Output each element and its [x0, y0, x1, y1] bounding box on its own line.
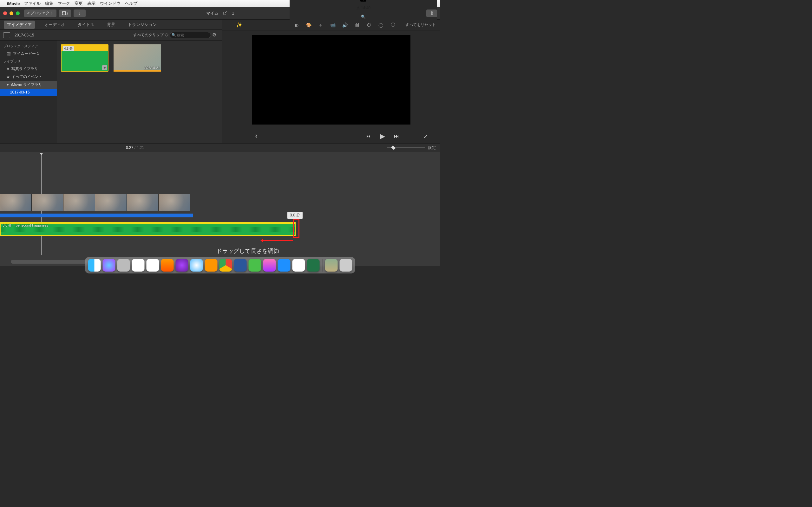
dock-separator	[322, 259, 322, 272]
back-projects-button[interactable]: < プロジェクト	[24, 9, 56, 17]
gear-icon[interactable]: ⚙	[212, 32, 218, 38]
magic-wand-icon[interactable]: ✨	[226, 22, 236, 28]
fullscreen-icon[interactable]: ⤢	[423, 133, 434, 139]
video-clip-thumbnail[interactable]: 2012.8.21	[113, 44, 161, 72]
spotlight-icon[interactable]: 🔍	[361, 14, 366, 19]
menu-modify[interactable]: 変更	[74, 1, 83, 6]
video-clip-bar[interactable]	[0, 214, 193, 217]
annotation-arrow	[261, 240, 293, 241]
sidebar-photo-library[interactable]: ✲写真ライブラリ	[0, 65, 57, 73]
dock-firefox-icon[interactable]	[205, 259, 217, 272]
clip-date-overlay: 2012.8.21	[144, 66, 160, 70]
dock-appstore-icon[interactable]	[278, 259, 291, 272]
equalizer-icon[interactable]: ılıl	[354, 22, 360, 27]
menu-edit[interactable]: 編集	[45, 1, 53, 6]
dock-slack-icon[interactable]	[293, 259, 305, 272]
volume-icon[interactable]: 🔊	[342, 22, 348, 27]
video-frame[interactable]	[32, 194, 63, 211]
library-sidebar: プロジェクトメディア 🎬マイムービー 1 ライブラリ ✲写真ライブラリ ★すべて…	[0, 41, 57, 143]
app-name[interactable]: iMovie	[7, 1, 20, 6]
clip-filter-dropdown[interactable]: すべてのクリップ ◇	[133, 32, 168, 38]
zoom-slider[interactable]	[387, 147, 425, 148]
reset-all-button[interactable]: すべてをリセット	[405, 22, 436, 27]
dock-image-icon[interactable]	[325, 259, 338, 272]
layout-toggle-icon[interactable]	[3, 32, 10, 38]
dock-vlc-icon[interactable]	[161, 259, 174, 272]
color-balance-icon[interactable]: ◐	[294, 22, 299, 27]
library-import-button[interactable]: 🎞♪	[59, 9, 71, 17]
media-browser: 4.3 分 + 2012.8.21	[57, 41, 222, 143]
play-button[interactable]: ▶	[380, 132, 385, 140]
dock-launchpad-icon[interactable]	[117, 259, 130, 272]
audio-track[interactable]: 3.0 分 – bensound-happiness	[0, 222, 296, 236]
clock[interactable]: 水 14:40	[356, 5, 370, 11]
stabilize-icon[interactable]: 📹	[330, 22, 336, 27]
audio-clip-thumbnail[interactable]: 4.3 分 +	[61, 44, 108, 72]
prev-button[interactable]: ⏮	[366, 133, 371, 139]
voiceover-mic-icon[interactable]: 🎙	[229, 133, 259, 139]
download-button[interactable]: ↓	[73, 9, 86, 17]
video-frame[interactable]	[127, 194, 159, 211]
video-frame[interactable]	[63, 194, 95, 211]
tab-transitions[interactable]: トランジション	[125, 20, 160, 29]
preview-canvas[interactable]	[252, 35, 410, 124]
video-frame[interactable]	[159, 194, 190, 211]
timecode: 0:27 / 4:21	[126, 146, 144, 150]
tab-titles[interactable]: タイトル	[74, 20, 97, 29]
menu-view[interactable]: 表示	[87, 1, 96, 6]
star-icon: ★	[6, 75, 10, 79]
tab-audio[interactable]: オーディオ	[41, 20, 68, 29]
timeline[interactable]: 3.0 分 – bensound-happiness 3.0 分 ドラッグして長…	[0, 152, 440, 266]
sidebar-event-item[interactable]: 2017-03-15	[0, 89, 57, 96]
tab-my-media[interactable]: マイメディア	[4, 20, 35, 29]
media-tabs: マイメディア オーディオ タイトル 背景 トランジション	[0, 20, 222, 30]
dock-siri-icon[interactable]	[103, 259, 115, 272]
dock-itunes-icon[interactable]	[263, 259, 276, 272]
clip-trim-handle[interactable]	[293, 219, 299, 238]
crop-icon[interactable]: ⟐	[318, 22, 323, 27]
sidebar-imovie-library[interactable]: ▼iMovie ライブラリ	[0, 81, 57, 89]
filter-icon[interactable]: ◯	[378, 22, 384, 27]
zoom-button[interactable]	[16, 11, 20, 15]
clip-duration-badge: 4.3 分	[63, 46, 74, 51]
close-button[interactable]	[3, 11, 7, 15]
video-frame[interactable]	[95, 194, 127, 211]
video-frame[interactable]	[0, 194, 32, 211]
tab-backgrounds[interactable]: 背景	[104, 20, 118, 29]
share-button[interactable]: ⇪	[426, 9, 437, 17]
dock-line-icon[interactable]	[249, 259, 261, 272]
speed-icon[interactable]: ⏱	[366, 22, 372, 27]
flower-icon: ✲	[6, 67, 9, 71]
dock-imovie-icon[interactable]	[176, 259, 189, 272]
menu-file[interactable]: ファイル	[24, 1, 41, 6]
adjust-toolbar: ✨ ◐ 🎨 ⟐ 📹 🔊 ılıl ⏱ ◯ ⓘ すべてをリセット	[222, 20, 440, 31]
dock-excel-icon[interactable]	[307, 259, 320, 272]
menu-help[interactable]: ヘルプ	[125, 1, 137, 6]
zoom-thumb[interactable]	[391, 146, 396, 150]
dock-word-icon[interactable]	[234, 259, 247, 272]
sidebar-all-events[interactable]: ★すべてのイベント	[0, 73, 57, 81]
playback-controls: 🎙 ⏮ ▶ ⏭ ⤢	[222, 129, 440, 143]
timeline-settings-button[interactable]: 設定	[428, 145, 436, 151]
macos-dock	[85, 257, 356, 274]
dock-trash-icon[interactable]	[340, 259, 352, 272]
dock-finder-icon[interactable]	[88, 259, 101, 272]
color-correction-icon[interactable]: 🎨	[306, 22, 311, 27]
dock-reminders-icon[interactable]	[147, 259, 159, 272]
menu-window[interactable]: ウインドウ	[100, 1, 120, 6]
menu-mark[interactable]: マーク	[58, 1, 70, 6]
video-track[interactable]	[0, 194, 190, 214]
dock-safari-icon[interactable]	[190, 259, 203, 272]
dock-chrome-icon[interactable]	[219, 259, 232, 272]
sidebar-project-item[interactable]: 🎬マイムービー 1	[0, 50, 57, 58]
add-clip-button[interactable]: +	[102, 65, 107, 70]
info-icon[interactable]: ⓘ	[390, 22, 396, 28]
disclosure-triangle-icon[interactable]: ▼	[6, 83, 9, 87]
dock-calendar-icon[interactable]	[132, 259, 145, 272]
preview-viewer	[222, 31, 440, 129]
next-button[interactable]: ⏭	[394, 133, 399, 139]
minimize-button[interactable]	[9, 11, 13, 15]
macos-menubar: iMovie ファイル 編集 マーク 変更 表示 ウインドウ ヘルプ ◦◦◦ ▭…	[0, 0, 440, 7]
ime-indicator[interactable]: あ	[360, 0, 366, 2]
clapper-icon: 🎬	[6, 52, 11, 56]
